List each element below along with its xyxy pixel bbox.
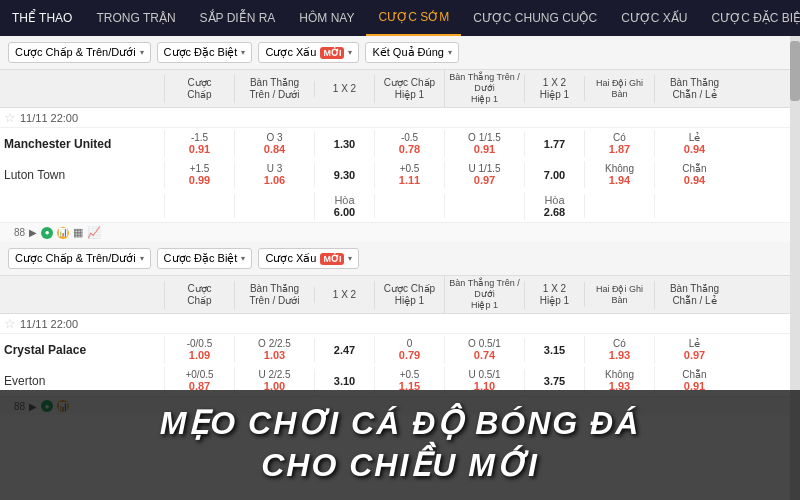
col2-cuoc-chap: Cược Chấp (164, 281, 234, 309)
col-hai-doi: Hai Đội Ghi Bàn (584, 76, 654, 102)
match1-home-chan-le[interactable]: Lẻ 0.94 (654, 130, 734, 157)
overlay-text-line2: CHO CHIỀU MỚI (261, 445, 539, 487)
col-ban-thang-h1: Bàn Thắng Trên / Dưới Hiệp 1 (444, 70, 524, 106)
nav-item-the-thao[interactable]: THỂ THAO (0, 0, 84, 36)
nav-item-cuoc-chung-cuoc[interactable]: CƯỢC CHUNG CUỘC (461, 0, 609, 36)
match2-home-team: Crystal Palace (4, 343, 164, 357)
match1-home-ban-thang[interactable]: O 3 0.84 (234, 130, 314, 157)
match2-home-ban-thang[interactable]: O 2/2.5 1.03 (234, 336, 314, 363)
filter-cuoc-chap-label: Cược Chấp & Trên/Dưới (15, 46, 136, 59)
nav-item-trong-tran[interactable]: TRONG TRẬN (84, 0, 187, 36)
match1-home-1x2-h1[interactable]: 1.77 (524, 132, 584, 156)
chevron-down-icon: ▾ (140, 254, 144, 263)
match1-away-1x2[interactable]: 9.30 (314, 163, 374, 187)
match2-home-1x2-h1[interactable]: 3.15 (524, 338, 584, 362)
match1-home-chap[interactable]: -1.5 0.91 (164, 130, 234, 157)
col2-team (4, 293, 164, 297)
match2-home-row: Crystal Palace -0/0.5 1.09 O 2/2.5 1.03 … (0, 334, 800, 365)
match1-home-row: Manchester United -1.5 0.91 O 3 0.84 1.3… (0, 128, 800, 159)
match1-draw-empty2 (234, 194, 314, 218)
scrollbar-thumb[interactable] (790, 41, 800, 101)
match1-home-1x2[interactable]: 1.30 (314, 132, 374, 156)
chevron-down-icon: ▾ (241, 254, 245, 263)
col-cuoc-chap: Cược Chấp (164, 75, 234, 103)
star-icon-2[interactable]: ☆ (4, 316, 16, 331)
match1-draw-1x2-h1[interactable]: Hòa 2.68 (524, 192, 584, 220)
nav-item-hom-nay[interactable]: HÔM NAY (287, 0, 366, 36)
table-icon[interactable]: ▦ (73, 226, 83, 239)
match1-draw-empty4 (444, 194, 524, 218)
match1-away-chap[interactable]: +1.5 0.99 (164, 161, 234, 188)
match2-away-team: Everton (4, 374, 164, 388)
match2-home-1x2[interactable]: 2.47 (314, 338, 374, 362)
match1-draw-row: Hòa 6.00 Hòa 2.68 (0, 190, 800, 222)
nav-item-cuoc-som[interactable]: CƯỢC SỚM (366, 0, 461, 36)
overlay-text-line1: MẸO CHƠI CÁ ĐỘ BÓNG ĐÁ (160, 403, 641, 445)
match2-away-1x2[interactable]: 3.10 (314, 369, 374, 393)
filter-cuoc-xau[interactable]: Cược Xấu MỚI ▾ (258, 42, 359, 63)
match1-icons-row: 88 ▶ ● 📊 ▦ 📈 (0, 222, 800, 242)
col-chan-le: Bàn Thắng Chẵn / Lẻ (654, 75, 734, 103)
col2-ban-thang: Bàn Thắng Trên / Dưới (234, 281, 314, 309)
filter2-cuoc-dac-biet[interactable]: Cược Đặc Biệt ▾ (157, 248, 253, 269)
match1-draw-empty6 (654, 194, 734, 218)
match1-away-chap-h1[interactable]: +0.5 1.11 (374, 161, 444, 188)
live-icon[interactable]: ● (41, 227, 53, 239)
filter2-cuoc-chap-label: Cược Chấp & Trên/Dưới (15, 252, 136, 265)
match1-away-chan-le[interactable]: Chẵn 0.94 (654, 161, 734, 188)
top-navigation: THỂ THAO TRONG TRẬN SẮP DIỄN RA HÔM NAY … (0, 0, 800, 36)
match1-time: ☆ 11/11 22:00 (4, 110, 164, 125)
filter-bar-2: Cược Chấp & Trên/Dưới ▾ Cược Đặc Biệt ▾ … (0, 242, 800, 276)
col2-1x2: 1 X 2 (314, 287, 374, 303)
match2-home-chap[interactable]: -0/0.5 1.09 (164, 336, 234, 363)
match1-away-team: Luton Town (4, 168, 164, 182)
match1-home-chap-h1[interactable]: -0.5 0.78 (374, 130, 444, 157)
chevron-down-icon: ▾ (448, 48, 452, 57)
match1-away-hai-doi[interactable]: Không 1.94 (584, 161, 654, 188)
filter-cuoc-dac-biet-label: Cược Đặc Biệt (164, 46, 238, 59)
filter2-cuoc-dac-biet-label: Cược Đặc Biệt (164, 252, 238, 265)
col2-hai-doi: Hai Đội Ghi Bàn (584, 282, 654, 308)
star-icon[interactable]: ☆ (4, 110, 16, 125)
col-1x2: 1 X 2 (314, 81, 374, 97)
match1-draw-1x2[interactable]: Hòa 6.00 (314, 192, 374, 220)
nav-item-cuoc-dac-biet[interactable]: CƯỢC ĐẶC BIỆT (700, 0, 801, 36)
overlay: MẸO CHƠI CÁ ĐỘ BÓNG ĐÁ CHO CHIỀU MỚI (0, 390, 800, 500)
col2-cuoc-chap-h1: Cược Chấp Hiệp 1 (374, 281, 444, 309)
col2-chan-le: Bàn Thắng Chẵn / Lẻ (654, 281, 734, 309)
filter-cuoc-xau-label: Cược Xấu (265, 46, 316, 59)
col-cuoc-chap-h1: Cược Chấp Hiệp 1 (374, 75, 444, 103)
match2-away-1x2-h1[interactable]: 3.75 (524, 369, 584, 393)
match1-away-1x2-h1[interactable]: 7.00 (524, 163, 584, 187)
match2-time-row: ☆ 11/11 22:00 (0, 314, 800, 334)
filter2-cuoc-xau[interactable]: Cược Xấu MỚI ▾ (258, 248, 359, 269)
chevron-down-icon: ▾ (140, 48, 144, 57)
match2-home-hai-doi[interactable]: Có 1.93 (584, 336, 654, 363)
match2-time: ☆ 11/11 22:00 (4, 316, 164, 331)
col2-ban-thang-h1: Bàn Thắng Trên / Dưới Hiệp 1 (444, 276, 524, 312)
match2-home-chap-h1[interactable]: 0 0.79 (374, 336, 444, 363)
col-1x2-h1: 1 X 2 Hiệp 1 (524, 75, 584, 103)
chevron-down-icon: ▾ (348, 48, 352, 57)
new-badge-2: MỚI (320, 253, 344, 265)
nav-item-sap-dien-ra[interactable]: SẮP DIỄN RA (188, 0, 288, 36)
filter-cuoc-chap[interactable]: Cược Chấp & Trên/Dưới ▾ (8, 42, 151, 63)
stats-icon[interactable]: 📊 (57, 227, 69, 239)
chevron-down-icon: ▾ (348, 254, 352, 263)
match1-away-ban-thang-h1[interactable]: U 1/1.5 0.97 (444, 161, 524, 188)
match1-home-hai-doi[interactable]: Có 1.87 (584, 130, 654, 157)
match1-home-ban-thang-h1[interactable]: O 1/1.5 0.91 (444, 130, 524, 157)
match1-away-ban-thang[interactable]: U 3 1.06 (234, 161, 314, 188)
nav-item-cuoc-xau[interactable]: CƯỢC XẤU (609, 0, 699, 36)
match1-home-team: Manchester United (4, 137, 164, 151)
column-headers-2: Cược Chấp Bàn Thắng Trên / Dưới 1 X 2 Cư… (0, 276, 800, 314)
match1-away-row: Luton Town +1.5 0.99 U 3 1.06 9.30 +0.5 … (0, 159, 800, 190)
match2-home-chan-le[interactable]: Lẻ 0.97 (654, 336, 734, 363)
match2-home-ban-thang-h1[interactable]: O 0.5/1 0.74 (444, 336, 524, 363)
filter-cuoc-dac-biet[interactable]: Cược Đặc Biệt ▾ (157, 42, 253, 63)
filter-ket-qua-dung[interactable]: Kết Quả Đúng ▾ (365, 42, 458, 63)
filter2-cuoc-chap[interactable]: Cược Chấp & Trên/Dưới ▾ (8, 248, 151, 269)
play-icon: ▶ (29, 227, 37, 238)
chart-icon[interactable]: 📈 (87, 226, 101, 239)
filter-ket-qua-dung-label: Kết Quả Đúng (372, 46, 443, 59)
